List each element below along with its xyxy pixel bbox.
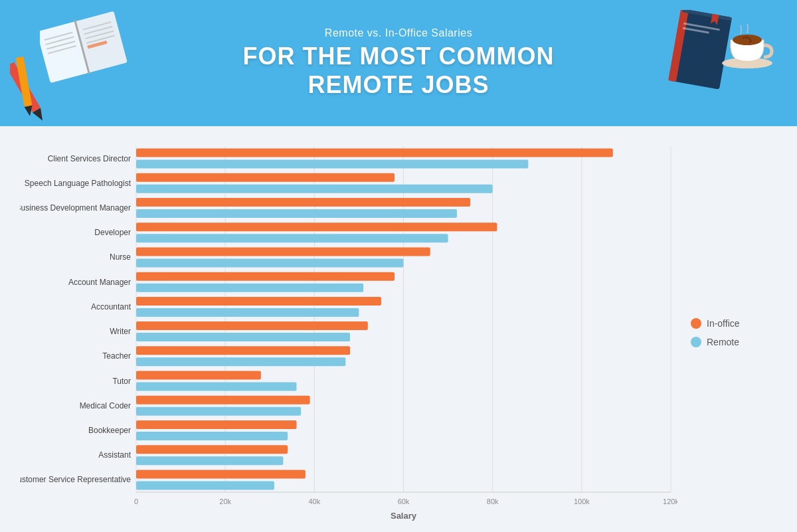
deco-coffee [717,13,777,73]
svg-text:Nurse: Nurse [110,252,131,262]
svg-text:Assistant: Assistant [98,450,131,460]
svg-rect-77 [136,456,283,465]
svg-text:Salary: Salary [391,511,417,521]
header-subtitle: Remote vs. In-Office Salaries [243,27,555,39]
legend-inoffice-dot [691,318,701,329]
svg-text:Tutor: Tutor [112,377,131,386]
svg-rect-50 [136,234,448,242]
svg-rect-56 [136,284,363,292]
chart-area: 020k40k60k80k100k120kSalaryClient Servic… [0,126,797,532]
svg-text:Business Development Manager: Business Development Manager [20,203,131,213]
svg-text:80k: 80k [487,497,499,505]
svg-rect-53 [136,258,404,267]
legend-inoffice: In-office [691,318,777,329]
svg-text:0: 0 [134,497,138,505]
svg-rect-67 [136,371,261,380]
svg-rect-79 [136,470,306,478]
svg-rect-43 [136,173,395,182]
svg-text:40k: 40k [308,497,320,505]
page-container: Remote vs. In-Office Salaries FOR THE MO… [0,0,797,532]
svg-rect-71 [136,407,301,416]
svg-point-19 [733,35,762,45]
bar-chart-svg: 020k40k60k80k100k120kSalaryClient Servic… [20,139,677,525]
svg-text:20k: 20k [219,497,231,505]
svg-rect-40 [136,149,613,157]
svg-text:Writer: Writer [110,327,131,336]
legend-remote: Remote [691,337,777,347]
svg-rect-41 [136,160,528,169]
legend-inoffice-label: In-office [707,318,740,329]
svg-rect-44 [136,185,493,193]
svg-text:Customer Service Representativ: Customer Service Representative [20,475,131,484]
header-text: Remote vs. In-Office Salaries FOR THE MO… [243,27,555,99]
svg-text:Accountant: Accountant [91,302,132,311]
svg-text:Bookkeeper: Bookkeeper [88,426,131,435]
svg-rect-76 [136,445,288,454]
svg-rect-74 [136,432,288,440]
svg-text:Account Manager: Account Manager [68,278,131,287]
svg-rect-65 [136,357,345,366]
svg-rect-55 [136,272,395,281]
svg-rect-59 [136,308,359,317]
svg-rect-52 [136,247,430,256]
deco-book-left [40,7,133,120]
svg-rect-64 [136,346,350,355]
legend-remote-dot [691,337,701,347]
svg-text:Medical Coder: Medical Coder [80,401,131,410]
svg-text:Teacher: Teacher [102,351,131,361]
svg-rect-49 [136,222,497,231]
header-title: FOR THE MOST COMMONREMOTE JOBS [243,42,555,99]
legend-remote-label: Remote [707,337,739,347]
svg-text:Developer: Developer [94,228,131,237]
svg-text:Client Services Director: Client Services Director [48,154,131,163]
svg-rect-46 [136,198,470,207]
svg-rect-68 [136,383,297,391]
svg-text:120k: 120k [663,497,677,505]
svg-rect-61 [136,321,368,330]
svg-rect-73 [136,420,297,429]
svg-text:60k: 60k [398,497,410,505]
svg-rect-80 [136,481,274,489]
svg-rect-70 [136,396,310,404]
header: Remote vs. In-Office Salaries FOR THE MO… [0,0,797,126]
svg-rect-47 [136,209,457,218]
svg-text:100k: 100k [574,497,590,505]
legend: In-office Remote [677,139,777,525]
svg-rect-58 [136,297,381,306]
deco-markers [10,53,43,126]
svg-rect-62 [136,333,350,341]
chart-main: 020k40k60k80k100k120kSalaryClient Servic… [20,139,677,525]
svg-text:Speech Language Pathologist: Speech Language Pathologist [25,179,132,188]
